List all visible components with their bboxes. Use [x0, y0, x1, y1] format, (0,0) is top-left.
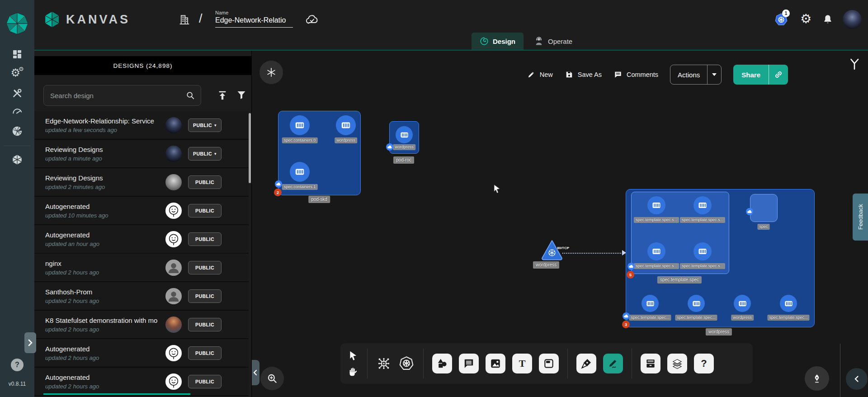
node-group-pod-roc[interactable]: wordpress: [389, 121, 419, 154]
visibility-badge[interactable]: PUBLIC: [188, 204, 222, 217]
filter-funnel-icon[interactable]: [236, 90, 247, 100]
container-node[interactable]: [647, 196, 665, 214]
organization-icon[interactable]: [177, 13, 191, 26]
help-icon[interactable]: ?: [11, 359, 24, 371]
tab-design[interactable]: Design: [472, 33, 524, 50]
container-node[interactable]: [642, 295, 659, 312]
design-list-item[interactable]: Autogeneratedupdated 2 hours ago PUBLIC: [34, 339, 249, 368]
dock-help-button[interactable]: ?: [694, 354, 714, 373]
design-canvas[interactable]: New Save As Comments Actions Share: [251, 51, 868, 397]
container-node[interactable]: [693, 242, 712, 260]
select-tool[interactable]: [348, 350, 358, 361]
design-list-item[interactable]: nginxupdated 2 hours ago PUBLIC: [34, 254, 249, 282]
visibility-badge[interactable]: PUBLIC: [188, 232, 222, 246]
pen-mode-button[interactable]: [805, 366, 829, 391]
configuration-tools-icon[interactable]: [0, 87, 34, 99]
cloud-badge[interactable]: [386, 143, 393, 151]
visibility-badge[interactable]: PUBLIC▾: [188, 147, 222, 161]
copy-link-icon[interactable]: [769, 65, 788, 85]
image-tool[interactable]: [486, 354, 505, 373]
service-node-wordpress[interactable]: [541, 239, 563, 261]
error-count-badge[interactable]: 2: [274, 189, 282, 196]
search-icon[interactable]: [185, 90, 201, 100]
feedback-tab[interactable]: Feedback: [853, 194, 868, 241]
node-group-spec-template-spec[interactable]: spec.template.spec.s... spec.template.sp…: [631, 192, 729, 274]
sticky-note-tool[interactable]: [539, 354, 559, 373]
expand-sidebar-button[interactable]: [24, 332, 36, 353]
error-count-badge[interactable]: 3: [622, 321, 630, 328]
import-design-icon[interactable]: [217, 90, 228, 101]
design-list-item[interactable]: Autogeneratedupdated 10 minutes ago PUBL…: [34, 197, 249, 225]
pan-hand-tool[interactable]: [348, 366, 359, 377]
cloud-badge[interactable]: [627, 263, 635, 270]
node-group-wordpress-deployment[interactable]: spec.template.spec.s... spec.template.sp…: [626, 189, 815, 327]
import-drawer-tool[interactable]: [641, 354, 660, 373]
design-list-item[interactable]: Santhosh-Promupdated 2 hours ago PUBLIC: [34, 282, 249, 311]
visibility-badge[interactable]: PUBLIC: [188, 261, 222, 274]
design-list-item[interactable]: K8 Statefulset demonstration with moupda…: [34, 311, 249, 339]
comments-button[interactable]: Comments: [613, 70, 658, 79]
container-node[interactable]: [396, 126, 413, 143]
collapse-right-button[interactable]: [846, 368, 868, 390]
validate-y-icon[interactable]: [848, 58, 861, 71]
kubernetes-context-button[interactable]: 1: [774, 13, 788, 27]
collapse-panel-button[interactable]: [251, 360, 259, 385]
visibility-badge[interactable]: PUBLIC: [188, 289, 222, 303]
container-node[interactable]: [290, 115, 310, 135]
visibility-badge[interactable]: PUBLIC▾: [188, 118, 222, 132]
design-list-item[interactable]: Autogeneratedupdated an hour ago PUBLIC: [34, 225, 249, 254]
kanvas-hexagon-icon[interactable]: [0, 154, 34, 165]
container-node[interactable]: [780, 295, 797, 312]
notifications-bell-icon[interactable]: [822, 14, 834, 25]
performance-gauge-icon[interactable]: [0, 106, 34, 116]
visibility-badge[interactable]: PUBLIC: [188, 346, 222, 360]
list-scrollbar[interactable]: [249, 113, 251, 183]
error-count-badge[interactable]: 5: [627, 271, 634, 279]
cloud-badge[interactable]: [746, 208, 753, 215]
container-node[interactable]: [693, 196, 712, 214]
dashboard-icon[interactable]: [0, 49, 34, 60]
node-group-pod-skd[interactable]: spec.containers.0 wordpress spec.contain…: [278, 111, 361, 195]
visibility-badge[interactable]: PUBLIC: [188, 318, 222, 331]
kubernetes-tool[interactable]: [398, 355, 415, 372]
container-node[interactable]: [647, 242, 665, 260]
text-tool[interactable]: T: [512, 354, 532, 373]
actions-button[interactable]: Actions: [670, 65, 722, 85]
container-node[interactable]: [290, 162, 310, 182]
actions-dropdown-caret[interactable]: [707, 65, 721, 84]
tab-operate[interactable]: Operate: [526, 33, 580, 50]
snowflake-button[interactable]: [259, 61, 283, 84]
design-list-item[interactable]: Reviewing Designsupdated a minute ago PU…: [34, 140, 249, 168]
shapes-tool[interactable]: [432, 354, 452, 373]
design-name-input[interactable]: [215, 15, 293, 28]
container-node[interactable]: [734, 295, 751, 312]
edge-service-to-deployment[interactable]: [562, 253, 623, 254]
visibility-badge[interactable]: PUBLIC: [188, 375, 222, 388]
share-button[interactable]: Share: [733, 65, 788, 85]
node-spec[interactable]: [750, 194, 778, 222]
save-as-button[interactable]: Save As: [565, 70, 602, 79]
design-list-item[interactable]: Edge-Network-Relationship: Serviceupdate…: [34, 111, 249, 140]
visibility-badge[interactable]: PUBLIC: [188, 175, 222, 189]
container-node[interactable]: [336, 115, 356, 135]
design-list-item[interactable]: Autogeneratedupdated 2 hours ago PUBLIC: [34, 368, 249, 396]
meshery-logo-icon[interactable]: [0, 12, 34, 35]
cloud-sync-icon[interactable]: [305, 13, 319, 27]
zoom-button[interactable]: [260, 367, 284, 390]
freehand-draw-tool[interactable]: [603, 354, 623, 373]
lifecycle-gears-icon[interactable]: ⚙⚙: [0, 67, 34, 78]
pen-vector-tool[interactable]: [576, 354, 596, 373]
kanvas-logo[interactable]: KANVAS: [43, 11, 130, 28]
design-list-item[interactable]: Reviewing Designsupdated 2 minutes ago P…: [34, 168, 249, 197]
settings-gear-icon[interactable]: ⚙: [800, 13, 811, 25]
cloud-badge[interactable]: [623, 312, 630, 320]
user-avatar[interactable]: [843, 10, 862, 29]
comment-tool[interactable]: [459, 354, 479, 373]
components-chip-tool[interactable]: [376, 356, 392, 371]
layers-tool[interactable]: [667, 354, 687, 373]
cloud-badge[interactable]: [275, 180, 282, 188]
design-search-input[interactable]: [44, 92, 185, 99]
mesh-pie-icon[interactable]: [0, 125, 34, 137]
new-design-button[interactable]: New: [527, 70, 553, 79]
container-node[interactable]: [688, 295, 705, 312]
